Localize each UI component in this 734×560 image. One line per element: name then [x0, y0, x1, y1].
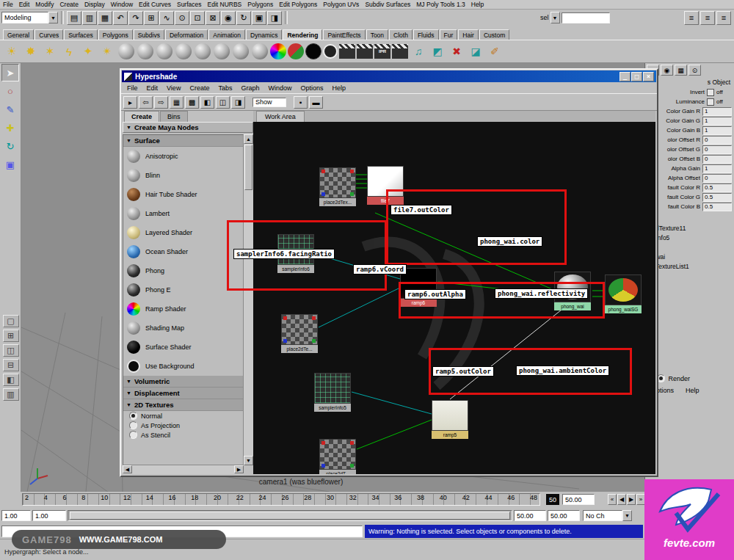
timeline-ticks[interactable]: 2468101214161820222426283032343638404244… [22, 493, 540, 506]
layout-outliner-persp-icon[interactable]: ▥ [3, 388, 19, 401]
ramp-shader-icon[interactable] [270, 43, 286, 59]
go-to-start-button[interactable]: « [608, 494, 617, 505]
selection-mask-chevron-icon[interactable]: ▼ [550, 12, 560, 23]
bins-icon[interactable]: ◪ [467, 43, 484, 60]
test-texture-icon[interactable]: ◩ [429, 43, 446, 60]
node-place2dtexture-bottom[interactable]: place2dT... [319, 439, 356, 474]
node-ramp5[interactable]: ramp5 [432, 400, 468, 439]
shelf-tab[interactable]: Fluids [413, 29, 439, 40]
snap-grid-icon[interactable]: ⊞ [144, 11, 159, 25]
rotate-tool-icon[interactable]: ↻ [1, 137, 19, 155]
texture-mode-option[interactable]: Normal [123, 411, 243, 421]
node-create-item[interactable]: Hair Tube Shader [123, 185, 243, 204]
animation-end-field[interactable]: 50.00 [548, 510, 580, 521]
node-create-item[interactable]: Layered Shader [123, 223, 243, 242]
shelf-tab[interactable]: Cloth [389, 29, 413, 40]
menu-item[interactable]: File [0, 1, 16, 8]
menu-item[interactable]: Polygon UVs [320, 1, 362, 8]
numeric-input-field[interactable] [562, 12, 610, 23]
radio-button-icon[interactable] [129, 421, 137, 429]
section-header-surface[interactable]: Surface [123, 135, 243, 147]
shelf-tab[interactable]: Curves [34, 29, 63, 40]
layout-single-pane-icon[interactable]: ▢ [3, 315, 19, 327]
open-scene-icon[interactable]: ▥ [82, 11, 97, 25]
menu-set-value[interactable]: Modeling [1, 12, 48, 23]
batch-render-clapper-icon[interactable] [392, 44, 408, 59]
create-panel-tab[interactable]: Bins [160, 111, 188, 122]
ipr-render-icon[interactable]: ◨ [267, 11, 282, 25]
scroll-right-icon[interactable]: ▶ [234, 465, 244, 473]
attribute-value[interactable]: 0 [702, 136, 732, 145]
node-create-item[interactable]: Ramp Shader [123, 299, 243, 319]
attribute-value[interactable]: 1 [702, 126, 732, 135]
attribute-value[interactable]: 0.5 [702, 193, 732, 202]
scroll-down-icon[interactable]: ▼ [244, 456, 253, 465]
shelf-editor-icon[interactable]: ≡ [716, 11, 731, 25]
texture-icon[interactable]: ▦ [675, 65, 687, 76]
connection-list-item[interactable]: g_wai [645, 252, 734, 262]
shelf-tab[interactable]: Hair [458, 29, 479, 40]
hypershade-menu-item[interactable]: Help [327, 84, 350, 92]
shelf-tab[interactable]: Dynamics [246, 29, 282, 40]
playback-end-field[interactable]: 50.00 [514, 510, 546, 521]
maximize-button[interactable]: □ [631, 72, 642, 81]
paint-select-tool-icon[interactable]: ✎ [1, 101, 19, 118]
node-place2dtexture-top[interactable]: place2dTex... [319, 167, 356, 206]
shelf-tab[interactable]: Polygons [98, 29, 133, 40]
create-panel-tab[interactable]: Create [124, 111, 159, 122]
lasso-tool-icon[interactable]: ○ [1, 82, 19, 100]
sphere-icon[interactable]: ◉ [661, 65, 673, 76]
surface-shader-icon[interactable] [305, 43, 321, 59]
vertical-scrollbar[interactable]: ▲ ▼ [243, 134, 253, 465]
shelf-tab[interactable]: Deformation [165, 29, 208, 40]
back-icon[interactable]: ⇦ [139, 96, 153, 109]
scroll-left-icon[interactable]: ◀ [123, 465, 132, 473]
hypershade-menu-item[interactable]: Tabs [214, 84, 236, 92]
layout-two-pane-stacked-icon[interactable]: ⊟ [3, 359, 19, 371]
snap-view-plane-icon[interactable]: ⊡ [190, 11, 205, 25]
menu-item[interactable]: Edit NURBS [205, 1, 245, 8]
node-create-item[interactable]: Blinn [123, 166, 243, 185]
texture-mode-option[interactable]: As Stencil [123, 430, 243, 440]
horizontal-scrollbar[interactable]: ◀ ▶ [123, 465, 244, 474]
node-create-item[interactable]: Phong E [123, 280, 243, 299]
menu-item[interactable]: Modify [32, 1, 57, 8]
node-create-item[interactable]: Shading Map [123, 319, 243, 338]
shelf-tab[interactable]: Animation [208, 29, 245, 40]
show-filter-dropdown[interactable]: Show [252, 98, 286, 107]
shelf-tab[interactable]: Custom [479, 29, 509, 40]
menu-set-selector[interactable]: Modeling ▼ [1, 12, 58, 23]
paint-effects-icon[interactable]: ✐ [486, 43, 504, 60]
node-file7[interactable]: file7 [367, 166, 404, 205]
connection-list-item[interactable]: TS [645, 243, 734, 252]
use-background-icon[interactable] [323, 44, 338, 59]
section-header[interactable]: Volumetric [123, 376, 243, 388]
construction-history-icon[interactable]: ↻ [236, 11, 251, 25]
move-tool-icon[interactable]: ✚ [1, 119, 19, 137]
shelf-tab[interactable]: Subdivs [134, 29, 164, 40]
section-header[interactable]: Displacement [123, 388, 243, 399]
attribute-value[interactable]: 1 [702, 164, 732, 173]
menu-item[interactable]: Window [108, 1, 136, 8]
connection-list-item[interactable]: 6 [645, 214, 734, 224]
blinn-material-icon[interactable] [137, 43, 153, 59]
ambient-light-icon[interactable]: ☀ [3, 43, 21, 60]
node-create-item[interactable]: Lambert [123, 204, 243, 223]
hypershade-menu-item[interactable]: View [162, 84, 185, 92]
forward-icon[interactable]: ⇨ [154, 96, 168, 109]
animation-start-field[interactable]: 1.00 [1, 510, 31, 521]
attribute-value[interactable]: 0.5 [702, 183, 732, 192]
lambert-material-icon[interactable] [156, 43, 172, 59]
spot-light-icon[interactable]: ϟ [60, 43, 78, 60]
range-slider-track[interactable] [68, 510, 512, 521]
hypershade-titlebar[interactable]: Hypershade _□× [122, 70, 656, 82]
snap-surface-icon[interactable]: ⊠ [206, 11, 220, 25]
small-swatch-icon[interactable]: ▪ [294, 96, 308, 109]
minimize-button[interactable]: _ [619, 72, 631, 81]
shelf-tab[interactable]: PaintEffects [323, 29, 365, 40]
radio-button-icon[interactable] [129, 431, 137, 439]
save-scene-icon[interactable]: ▦ [98, 11, 112, 25]
section-header[interactable]: 2D Textures [123, 399, 243, 411]
work-area-tab[interactable]: Work Area [256, 111, 305, 122]
node-create-item[interactable]: Surface Shader [123, 338, 243, 357]
